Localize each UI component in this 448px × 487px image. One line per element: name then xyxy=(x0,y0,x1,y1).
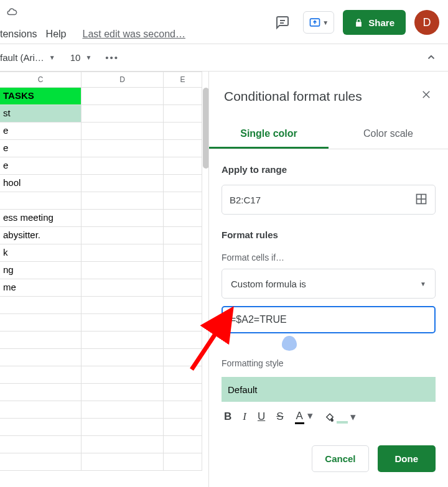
cell[interactable] xyxy=(164,401,202,419)
vertical-scrollbar[interactable] xyxy=(203,88,208,281)
column-header-d[interactable]: D xyxy=(82,72,164,88)
cell[interactable] xyxy=(164,262,202,279)
cell[interactable] xyxy=(0,436,82,453)
fill-color-button[interactable]: ▾ xyxy=(324,410,356,424)
table-row[interactable]: hool xyxy=(0,175,208,192)
cell[interactable] xyxy=(82,332,164,349)
cell[interactable] xyxy=(82,105,164,123)
cell[interactable] xyxy=(82,401,164,419)
custom-formula-input[interactable]: =$A2=TRUE xyxy=(222,306,436,333)
table-row[interactable]: ng xyxy=(0,262,208,279)
cell[interactable] xyxy=(164,332,202,349)
cell[interactable] xyxy=(164,453,202,471)
table-row[interactable]: e xyxy=(0,123,208,140)
cell[interactable] xyxy=(82,366,164,384)
text-color-button[interactable]: A ▾ xyxy=(295,409,313,424)
cell[interactable] xyxy=(82,262,164,279)
cancel-button[interactable]: Cancel xyxy=(312,445,368,472)
cell[interactable] xyxy=(82,419,164,436)
done-button[interactable]: Done xyxy=(378,445,436,472)
cell[interactable] xyxy=(0,332,82,349)
cell[interactable] xyxy=(82,453,164,471)
cell[interactable] xyxy=(82,175,164,192)
cell[interactable] xyxy=(82,123,164,140)
bold-button[interactable]: B xyxy=(224,410,231,423)
italic-button[interactable]: I xyxy=(243,410,246,423)
cell[interactable] xyxy=(164,175,202,192)
table-row[interactable] xyxy=(0,332,208,349)
tab-color-scale[interactable]: Color scale xyxy=(329,119,448,149)
cell[interactable] xyxy=(82,157,164,175)
style-preview[interactable]: Default xyxy=(222,377,436,402)
column-header-c[interactable]: C xyxy=(0,72,82,88)
cell[interactable] xyxy=(164,157,202,175)
cell[interactable] xyxy=(164,419,202,436)
table-row[interactable] xyxy=(0,349,208,366)
cell[interactable] xyxy=(0,349,82,366)
spreadsheet-grid[interactable]: C D E TASKSsteeehooless meetingabysitter… xyxy=(0,72,208,487)
table-row[interactable]: abysitter. xyxy=(0,227,208,244)
menu-help[interactable]: Help xyxy=(46,29,67,40)
cell[interactable] xyxy=(82,436,164,453)
cell[interactable] xyxy=(164,192,202,210)
cell[interactable] xyxy=(0,453,82,471)
cell[interactable] xyxy=(164,314,202,332)
table-row[interactable] xyxy=(0,192,208,210)
table-row[interactable]: ess meeting xyxy=(0,210,208,227)
present-button[interactable]: ▼ xyxy=(303,11,334,34)
cell[interactable] xyxy=(164,244,202,262)
cell[interactable]: me xyxy=(0,279,82,297)
cell[interactable] xyxy=(164,210,202,227)
cell[interactable] xyxy=(82,140,164,157)
table-row[interactable] xyxy=(0,436,208,453)
column-header-e[interactable]: E xyxy=(164,72,202,88)
cell[interactable] xyxy=(164,123,202,140)
select-range-icon[interactable] xyxy=(415,193,427,207)
cell[interactable]: e xyxy=(0,140,82,157)
cell[interactable]: hool xyxy=(0,175,82,192)
cell[interactable] xyxy=(164,366,202,384)
apply-range-input[interactable]: B2:C17 xyxy=(222,185,436,215)
close-panel-button[interactable] xyxy=(417,85,436,107)
cell[interactable] xyxy=(0,366,82,384)
cell[interactable] xyxy=(0,314,82,332)
cell[interactable] xyxy=(82,192,164,210)
cell[interactable] xyxy=(164,349,202,366)
table-row[interactable] xyxy=(0,384,208,401)
font-family-select[interactable]: fault (Ari… ▼ xyxy=(0,52,55,63)
scrollbar-thumb[interactable] xyxy=(203,88,208,169)
cell[interactable] xyxy=(82,297,164,314)
cell[interactable]: st xyxy=(0,105,82,123)
cell[interactable] xyxy=(82,210,164,227)
more-toolbar-icon[interactable]: ••• xyxy=(105,52,119,63)
tab-single-color[interactable]: Single color xyxy=(209,119,329,149)
table-row[interactable] xyxy=(0,366,208,384)
table-row[interactable]: me xyxy=(0,279,208,297)
table-row[interactable]: TASKS xyxy=(0,88,208,105)
table-row[interactable] xyxy=(0,419,208,436)
menu-extensions[interactable]: tensions xyxy=(0,29,37,40)
table-row[interactable]: e xyxy=(0,157,208,175)
cell[interactable]: ess meeting xyxy=(0,210,82,227)
cell[interactable] xyxy=(164,384,202,401)
condition-select[interactable]: Custom formula is ▼ xyxy=(222,269,436,299)
cell[interactable]: TASKS xyxy=(0,88,82,105)
table-row[interactable] xyxy=(0,401,208,419)
table-row[interactable] xyxy=(0,314,208,332)
cell[interactable] xyxy=(164,279,202,297)
text-cursor-handle[interactable] xyxy=(282,336,297,351)
table-row[interactable] xyxy=(0,453,208,471)
cell[interactable] xyxy=(0,419,82,436)
cell[interactable] xyxy=(0,384,82,401)
cell[interactable] xyxy=(0,401,82,419)
cell[interactable]: e xyxy=(0,123,82,140)
underline-button[interactable]: U xyxy=(258,410,265,423)
cell[interactable] xyxy=(82,349,164,366)
cell[interactable] xyxy=(164,105,202,123)
cell[interactable] xyxy=(82,384,164,401)
cell[interactable]: abysitter. xyxy=(0,227,82,244)
share-button[interactable]: Share xyxy=(343,10,406,35)
cell[interactable] xyxy=(82,244,164,262)
cell[interactable] xyxy=(164,297,202,314)
cell[interactable] xyxy=(0,297,82,314)
